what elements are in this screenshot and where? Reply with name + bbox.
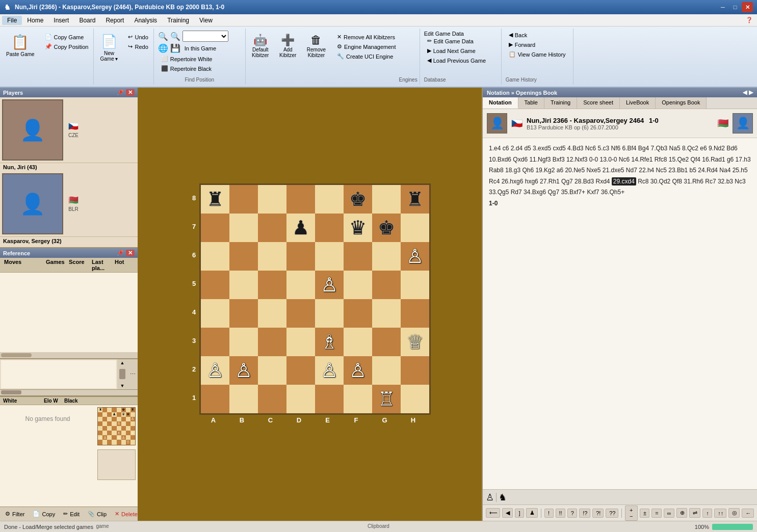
square-F2[interactable]: ♙ <box>344 356 372 385</box>
tab-training[interactable]: Training <box>544 97 577 109</box>
square-C6[interactable] <box>258 242 286 271</box>
filter-button[interactable]: ⚙ Filter <box>2 510 28 518</box>
remove-all-kibitzers-button[interactable]: ✕ Remove All Kibitzers <box>334 33 399 41</box>
repertoire-black-button[interactable]: ⬛ Repertoire Black <box>158 64 216 73</box>
square-B5[interactable] <box>229 271 258 299</box>
square-D7[interactable]: ♟ <box>286 214 315 242</box>
menu-training[interactable]: Training <box>162 16 194 25</box>
square-B6[interactable] <box>229 242 258 271</box>
back-button[interactable]: ◀ Back <box>506 31 569 39</box>
square-F7[interactable]: ♛ <box>344 214 372 242</box>
notation-pin-button[interactable]: ◀ <box>743 89 747 96</box>
copy-button[interactable]: 📄 Copy <box>30 510 58 518</box>
square-G5[interactable] <box>372 271 401 299</box>
square-C3[interactable] <box>258 328 286 356</box>
edit-button[interactable]: ✏ Edit <box>60 510 83 518</box>
menu-analysis[interactable]: Analysis <box>129 16 162 25</box>
scroll-options-button[interactable]: ⋯ <box>127 359 138 389</box>
square-H1[interactable] <box>401 385 429 413</box>
square-E2[interactable]: ♙ <box>315 356 344 385</box>
annot-circle-button[interactable]: ⊕ <box>676 508 688 518</box>
square-E7[interactable] <box>315 214 344 242</box>
square-E3[interactable]: ♗ <box>315 328 344 356</box>
scroll-down-arrow[interactable]: ▼ <box>120 383 125 388</box>
square-D5[interactable] <box>286 271 315 299</box>
redo-button[interactable]: ↪ Redo <box>125 42 151 51</box>
menu-home[interactable]: Home <box>22 16 48 25</box>
square-G7[interactable]: ♚ <box>372 214 401 242</box>
square-H2[interactable] <box>401 356 429 385</box>
square-B1[interactable] <box>229 385 258 413</box>
square-F5[interactable] <box>344 271 372 299</box>
load-previous-game-button[interactable]: ◀ Load Previous Game <box>424 56 489 65</box>
in-this-game-button[interactable]: In this Game <box>182 45 218 52</box>
square-H5[interactable] <box>401 271 429 299</box>
h-scroll-thumb2[interactable] <box>1 390 21 394</box>
square-A4[interactable] <box>201 299 229 328</box>
square-C4[interactable] <box>258 299 286 328</box>
annotation-vscroll[interactable]: ▲ ▼ <box>117 359 127 389</box>
reference-scroll-area[interactable] <box>0 273 138 352</box>
square-A2[interactable]: ♙ <box>201 356 229 385</box>
engine-management-button[interactable]: ⚙ Engine Management <box>334 42 399 51</box>
scroll-up-arrow[interactable]: ▲ <box>120 360 125 365</box>
remove-kibitzer-button[interactable]: 🗑 Remove Kibitzer <box>303 31 330 61</box>
square-D1[interactable] <box>286 385 315 413</box>
square-G3[interactable] <box>372 328 401 356</box>
square-A8[interactable]: ♜ <box>201 185 229 214</box>
annot-target-button[interactable]: ◎ <box>728 508 740 518</box>
reference-horizontal-scroll[interactable] <box>0 352 138 358</box>
undo-button[interactable]: ↩ Undo <box>125 33 151 41</box>
square-E4[interactable] <box>315 299 344 328</box>
new-game-button[interactable]: 📄 NewGame ▾ <box>96 31 122 66</box>
square-G4[interactable] <box>372 299 401 328</box>
maximize-button[interactable]: □ <box>729 2 741 12</box>
square-C8[interactable] <box>258 185 286 214</box>
square-A1[interactable] <box>201 385 229 413</box>
square-E5[interactable]: ♙ <box>315 271 344 299</box>
square-F8[interactable]: ♚ <box>344 185 372 214</box>
annot-inf-button[interactable]: ∞ <box>664 509 674 518</box>
edit-game-data-button[interactable]: ✏ Edit Game Data <box>424 37 489 45</box>
square-A5[interactable] <box>201 271 229 299</box>
square-D3[interactable] <box>286 328 315 356</box>
square-C2[interactable] <box>258 356 286 385</box>
tab-score-sheet[interactable]: Score sheet <box>577 97 620 109</box>
square-C7[interactable] <box>258 214 286 242</box>
tab-notation[interactable]: Notation <box>483 97 518 109</box>
annot-double-up-button[interactable]: ↑↑ <box>714 509 726 518</box>
forward-button[interactable]: ▶ Forward <box>506 40 569 49</box>
paste-game-button[interactable]: 📋 Paste Game <box>2 31 39 66</box>
delete-button[interactable]: ✕ Delete <box>112 510 141 518</box>
square-E6[interactable] <box>315 242 344 271</box>
notation-expand-button[interactable]: ▶ <box>749 89 753 96</box>
square-F6[interactable] <box>344 242 372 271</box>
tab-livebook[interactable]: LiveBook <box>620 97 656 109</box>
square-E8[interactable] <box>315 185 344 214</box>
annotation-scroll[interactable] <box>1 360 116 388</box>
minimize-button[interactable]: ─ <box>717 2 728 12</box>
create-uci-engine-button[interactable]: 🔧 Create UCI Engine <box>334 52 399 61</box>
tab-table[interactable]: Table <box>518 97 544 109</box>
annot-left-button[interactable]: ← <box>742 509 754 518</box>
square-G8[interactable] <box>372 185 401 214</box>
square-G2[interactable] <box>372 356 401 385</box>
clip-button[interactable]: 📎 Clip <box>85 510 110 518</box>
square-G1[interactable]: ♖ <box>372 385 401 413</box>
annot-double-question-button[interactable]: ?? <box>606 509 618 518</box>
reference-close-button[interactable]: ✕ <box>126 250 135 256</box>
copy-game-button[interactable]: 📄 Copy Game <box>42 33 92 41</box>
square-F1[interactable] <box>344 385 372 413</box>
square-H4[interactable] <box>401 299 429 328</box>
chess-board[interactable]: ♜♚♜♟♛♚♙♙♗♕♙♙♙♙♖ <box>199 183 431 415</box>
square-C5[interactable] <box>258 271 286 299</box>
default-kibitzer-button[interactable]: 🤖 Default Kibitzer <box>248 31 273 61</box>
menu-board[interactable]: Board <box>74 16 100 25</box>
square-H8[interactable]: ♜ <box>401 185 429 214</box>
square-F3[interactable] <box>344 328 372 356</box>
menu-insert[interactable]: Insert <box>48 16 74 25</box>
annot-eq-button[interactable]: = <box>651 509 662 518</box>
highlighted-move[interactable]: 29.cxd4 <box>612 177 636 185</box>
annot-plus-minus-button[interactable]: +− <box>625 506 638 521</box>
menu-file[interactable]: File <box>2 16 22 25</box>
